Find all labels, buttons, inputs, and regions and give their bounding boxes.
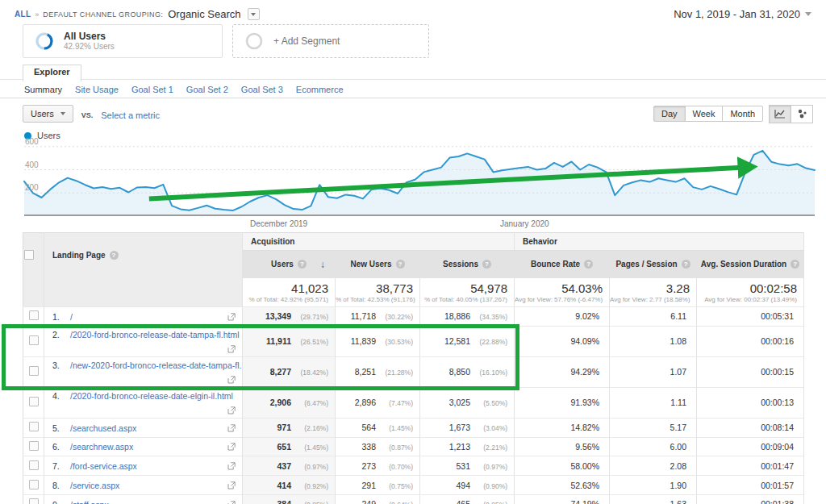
granularity-month-button[interactable]: Month [722,106,763,122]
y-axis-tick-label: 600 [25,137,39,146]
granularity-week-button[interactable]: Week [685,106,724,122]
breadcrumb-all-link[interactable]: ALL [15,10,31,19]
row-checkbox[interactable] [29,460,39,470]
external-link-icon[interactable] [227,310,236,324]
external-link-icon[interactable] [227,459,236,473]
users-column-header[interactable]: Users? ↓ [243,251,336,278]
row-number: 8. [52,481,70,490]
tab-summary[interactable]: Summary [24,85,62,94]
users-percent: (6.47%) [291,399,328,407]
metric-dropdown[interactable]: Users [23,105,73,123]
select-metric-link[interactable]: Select a metric [101,110,160,123]
row-checkbox[interactable] [29,397,39,406]
tab-goal-set-2[interactable]: Goal Set 2 [186,85,228,94]
segment-all-users[interactable]: All Users 42.92% Users [23,24,223,58]
help-icon[interactable]: ? [584,260,593,269]
help-icon[interactable]: ? [791,260,799,269]
users-value: 384 [277,499,291,504]
granularity-day-button[interactable]: Day [653,106,686,122]
segment-subtitle: 42.92% Users [64,42,115,52]
bounce-rate-total-cell: 54.03% Avg for View: 57.76% (-6.47%) [515,278,610,307]
users-value: 437 [277,461,291,471]
session-duration-header-label: Avg. Session Duration [701,260,786,269]
new-users-column-header[interactable]: New Users? [336,251,420,278]
landing-page-link[interactable]: /searchused.aspx [70,423,136,433]
chevron-down-icon [805,12,811,16]
help-icon[interactable]: ? [396,260,405,269]
motion-chart-icon[interactable] [791,105,813,123]
row-checkbox[interactable] [29,335,39,345]
landing-page-column-header[interactable]: Landing Page? [44,233,243,278]
sessions-percent: (0.85%) [470,501,507,504]
help-icon[interactable]: ? [482,260,491,269]
legend-label: Users [37,131,60,140]
bounce-rate-column-header[interactable]: Bounce Rate? [515,251,610,278]
chart-type-switch [770,105,813,123]
landing-page-link[interactable]: /staff.aspx [70,500,109,504]
session-duration-value: 00:01:38 [697,494,804,504]
landing-page-link[interactable]: / [70,312,73,322]
users-timeseries-chart[interactable]: 200400600 December 2019January 2020 [24,142,815,231]
users-total-cell: 41,023 % of Total: 42.92% (95,571) [243,278,336,307]
session-duration-column-header[interactable]: Avg. Session Duration? [697,251,804,278]
tab-goal-set-3[interactable]: Goal Set 3 [241,85,283,94]
pages-session-value: 2.08 [610,456,697,476]
help-icon[interactable]: ? [682,260,690,269]
row-checkbox[interactable] [29,310,39,320]
row-checkbox[interactable] [29,441,39,451]
row-checkbox[interactable] [29,480,39,489]
date-range-selector[interactable]: Nov 1, 2019 - Jan 31, 2020 [674,8,811,20]
new-users-percent: (7.47%) [376,399,413,407]
row-checkbox[interactable] [29,422,39,431]
row-number: 5. [52,423,70,433]
pages-session-value: 1.63 [610,494,697,504]
external-link-icon[interactable] [227,373,236,387]
help-icon[interactable]: ? [110,251,119,260]
line-chart-icon[interactable] [769,105,791,123]
row-number: 6. [52,442,70,452]
new-users-percent: (0.64%) [376,501,413,504]
table-row: 2./2020-ford-bronco-release-date-tampa-f… [23,326,804,356]
row-checkbox[interactable] [29,498,39,504]
users-value: 414 [277,481,291,490]
landing-page-link[interactable]: /searchnew.aspx [70,442,133,452]
landing-page-link[interactable]: /service.aspx [70,481,119,490]
external-link-icon[interactable] [227,439,236,454]
sessions-total: 54,978 [420,281,507,295]
tab-ecommerce[interactable]: Ecommerce [296,85,344,94]
users-header-label: Users [271,260,294,269]
external-link-icon[interactable] [227,342,236,356]
external-link-icon[interactable] [227,403,236,418]
users-percent: (26.51%) [291,338,328,346]
tab-site-usage[interactable]: Site Usage [75,85,119,94]
users-value: 971 [277,423,291,432]
pages-session-column-header[interactable]: Pages / Session? [610,251,697,278]
sessions-value: 3,025 [449,398,470,407]
sessions-value: 18,886 [444,311,470,321]
bounce-rate-value: 74.19% [515,494,610,504]
table-row: 5./searchused.aspx971(2.16%)564(1.45%)1,… [23,418,804,437]
tab-goal-set-1[interactable]: Goal Set 1 [131,85,173,94]
sessions-total-subtext: % of Total: 40.05% (137,267) [420,296,507,303]
select-all-checkbox[interactable] [24,250,34,260]
landing-page-link[interactable]: /ford-service.aspx [70,461,137,471]
landing-page-link[interactable]: /new-2020-ford-bronco-release-date-tampa… [70,360,243,370]
segments-row: All Users 42.92% Users + Add Segment [23,24,429,58]
channel-dropdown-caret-icon[interactable] [248,8,260,20]
table-row: 9./staff.aspx384(0.85%)249(0.64%)465(0.8… [23,494,804,504]
landing-page-link[interactable]: /2020-ford-bronco-release-date-tampa-fl.… [70,330,240,339]
external-link-icon[interactable] [227,478,236,493]
sessions-value: 494 [457,481,471,490]
tab-explorer[interactable]: Explorer [23,65,81,81]
landing-page-link[interactable]: /2020-ford-bronco-release-date-elgin-il.… [70,391,233,401]
add-segment-button[interactable]: + Add Segment [232,24,429,58]
external-link-icon[interactable] [227,498,236,504]
users-value: 651 [277,442,291,452]
row-checkbox[interactable] [29,366,39,376]
date-range-text: Nov 1, 2019 - Jan 31, 2020 [674,8,800,20]
new-users-percent: (0.87%) [376,444,413,452]
external-link-icon[interactable] [227,421,236,435]
sessions-column-header[interactable]: Sessions? [420,251,515,278]
users-percent: (29.71%) [291,313,328,321]
help-icon[interactable]: ? [298,260,307,269]
